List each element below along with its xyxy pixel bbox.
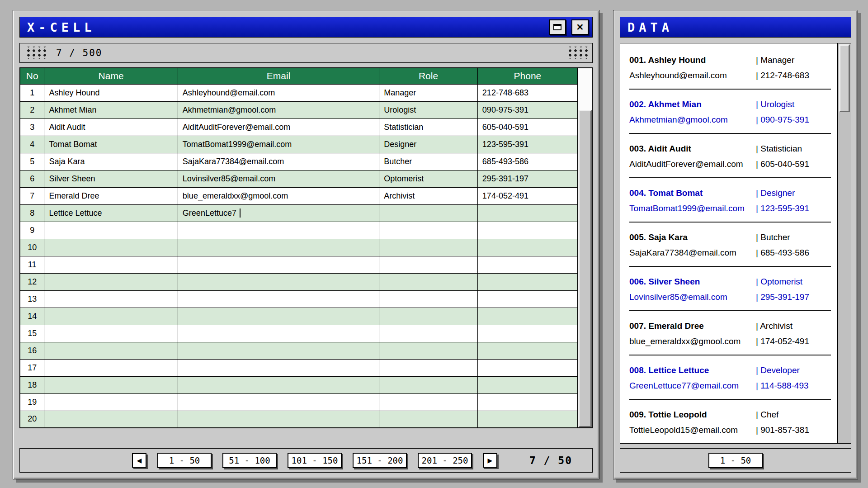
cell-email[interactable]: blue_emeraldxx@gmool.com xyxy=(178,187,379,204)
cell-no[interactable]: 5 xyxy=(20,153,44,170)
cell-phone[interactable] xyxy=(477,308,578,325)
cell-email[interactable] xyxy=(178,308,379,325)
page-range-button-3[interactable]: 101 - 150 xyxy=(288,453,342,468)
cell-phone[interactable] xyxy=(477,222,578,239)
data-entry[interactable]: 003. Aidit Audit| StatisticianAiditAudit… xyxy=(620,141,837,178)
cell-role[interactable] xyxy=(379,359,478,376)
data-titlebar[interactable]: DATA xyxy=(620,17,851,38)
cell-role[interactable]: Statistician xyxy=(379,118,478,136)
cell-role[interactable] xyxy=(379,256,478,273)
cell-no[interactable]: 13 xyxy=(20,290,44,308)
cell-name[interactable]: Lettice Lettuce xyxy=(44,204,178,222)
cell-name[interactable] xyxy=(44,342,178,359)
cell-name[interactable] xyxy=(44,359,178,376)
data-entry[interactable]: 005. Saja Kara| ButcherSajaKara77384@ema… xyxy=(620,230,837,267)
cell-role[interactable] xyxy=(379,273,478,290)
cell-name[interactable] xyxy=(44,239,178,256)
page-range-button-2[interactable]: 51 - 100 xyxy=(222,453,277,468)
cell-role[interactable] xyxy=(379,342,478,359)
data-entry[interactable]: 002. Akhmet Mian| UrologistAkhmetmian@gm… xyxy=(620,97,837,134)
cell-no[interactable]: 18 xyxy=(20,376,44,393)
cell-name[interactable] xyxy=(44,308,178,325)
cell-phone[interactable]: 685-493-586 xyxy=(477,153,578,170)
cell-name[interactable]: Tomat Bomat xyxy=(44,136,178,153)
cell-no[interactable]: 10 xyxy=(20,239,44,256)
cell-phone[interactable] xyxy=(477,239,578,256)
close-button[interactable]: ✕ xyxy=(571,19,589,35)
scrollbar-track[interactable] xyxy=(578,68,592,110)
cell-phone[interactable] xyxy=(477,325,578,342)
cell-name[interactable]: Emerald Dree xyxy=(44,187,178,204)
cell-name[interactable] xyxy=(44,393,178,411)
cell-phone[interactable]: 174-052-491 xyxy=(477,187,578,204)
cell-name[interactable]: Akhmet Mian xyxy=(44,101,178,118)
cell-phone[interactable]: 090-975-391 xyxy=(477,101,578,118)
cell-no[interactable]: 3 xyxy=(20,118,44,136)
cell-role[interactable] xyxy=(379,222,478,239)
cell-role[interactable] xyxy=(379,204,478,222)
cell-name[interactable] xyxy=(44,411,178,428)
data-entry[interactable]: 007. Emerald Dree| Archivistblue_emerald… xyxy=(620,318,837,355)
cell-no[interactable]: 4 xyxy=(20,136,44,153)
cell-no[interactable]: 17 xyxy=(20,359,44,376)
cell-phone[interactable]: 123-595-391 xyxy=(477,136,578,153)
prev-page-button[interactable]: ◀ xyxy=(132,453,146,468)
next-page-button[interactable]: ▶ xyxy=(483,453,497,468)
cell-phone[interactable] xyxy=(477,342,578,359)
cell-email[interactable]: TomatBomat1999@email.com xyxy=(178,136,379,153)
cell-name[interactable] xyxy=(44,290,178,308)
cell-role[interactable]: Manager xyxy=(379,84,478,101)
cell-email[interactable] xyxy=(178,273,379,290)
cell-phone[interactable]: 605-040-591 xyxy=(477,118,578,136)
cell-name[interactable]: Ashley Hound xyxy=(44,84,178,101)
grip-handle-left[interactable] xyxy=(24,47,46,59)
cell-phone[interactable]: 212-748-683 xyxy=(477,84,578,101)
data-scrollbar[interactable] xyxy=(837,43,851,443)
data-scrollbar-thumb[interactable] xyxy=(839,44,850,112)
cell-phone[interactable] xyxy=(477,273,578,290)
cell-no[interactable]: 7 xyxy=(20,187,44,204)
cell-phone[interactable] xyxy=(477,411,578,428)
cell-email[interactable] xyxy=(178,342,379,359)
cell-email[interactable] xyxy=(178,359,379,376)
cell-name[interactable] xyxy=(44,273,178,290)
cell-name[interactable]: Saja Kara xyxy=(44,153,178,170)
cell-phone[interactable] xyxy=(477,290,578,308)
cell-role[interactable]: Archivist xyxy=(379,187,478,204)
cell-role[interactable] xyxy=(379,325,478,342)
data-entry[interactable]: 006. Silver Sheen| OptomeristLovinsilver… xyxy=(620,274,837,311)
cell-no[interactable]: 9 xyxy=(20,222,44,239)
cell-email[interactable] xyxy=(178,290,379,308)
cell-no[interactable]: 19 xyxy=(20,393,44,411)
cell-role[interactable] xyxy=(379,376,478,393)
cell-role[interactable] xyxy=(379,290,478,308)
cell-no[interactable]: 15 xyxy=(20,325,44,342)
cell-phone[interactable] xyxy=(477,256,578,273)
cell-no[interactable]: 16 xyxy=(20,342,44,359)
cell-phone[interactable] xyxy=(477,359,578,376)
cell-name[interactable]: Silver Sheen xyxy=(44,170,178,187)
cell-role[interactable] xyxy=(379,308,478,325)
cell-no[interactable]: 2 xyxy=(20,101,44,118)
cell-role[interactable] xyxy=(379,239,478,256)
data-entry[interactable]: 001. Ashley Hound| ManagerAshleyhound@em… xyxy=(620,52,837,90)
cell-name[interactable]: Aidit Audit xyxy=(44,118,178,136)
cell-role[interactable]: Optomerist xyxy=(379,170,478,187)
grip-handle-right[interactable] xyxy=(566,47,588,59)
scrollbar-thumb[interactable] xyxy=(578,110,592,427)
cell-name[interactable] xyxy=(44,376,178,393)
cell-role[interactable]: Urologist xyxy=(379,101,478,118)
cell-email[interactable]: Ashleyhound@email.com xyxy=(178,84,379,101)
cell-email[interactable]: Akhmetmian@gmool.com xyxy=(178,101,379,118)
cell-phone[interactable] xyxy=(477,376,578,393)
cell-email[interactable] xyxy=(178,325,379,342)
data-entry[interactable]: 004. Tomat Bomat| DesignerTomatBomat1999… xyxy=(620,185,837,223)
page-range-button-5[interactable]: 201 - 250 xyxy=(418,453,472,468)
cell-no[interactable]: 1 xyxy=(20,84,44,101)
data-page-range-button[interactable]: 1 - 50 xyxy=(708,453,763,468)
cell-email[interactable] xyxy=(178,376,379,393)
cell-name[interactable] xyxy=(44,222,178,239)
table-scrollbar[interactable] xyxy=(578,67,593,428)
cell-email[interactable]: SajaKara77384@email.com xyxy=(178,153,379,170)
cell-role[interactable] xyxy=(379,393,478,411)
